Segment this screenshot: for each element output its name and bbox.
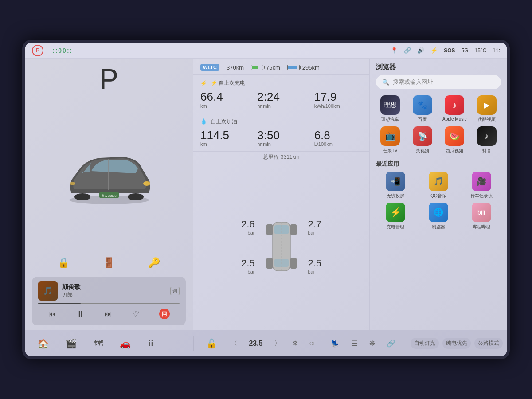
auto-lights-button[interactable]: 自动灯光 (411, 338, 439, 349)
screen-bezel: P ::00:: 📍 🔗 🔊 ⚡ SOS 5G 15°C 11: P (22, 40, 510, 359)
app-label-apple-music: Apple Music (442, 117, 466, 121)
app-icon-bilibili: bili (472, 203, 491, 222)
pause-button[interactable]: ⏸ (76, 309, 84, 319)
app-bilibili[interactable]: bili 哔哩哔哩 (462, 203, 501, 230)
front-right-unit: bar (308, 230, 322, 235)
app-grid: 理想 理想汽车 🐾 百度 ♪ Apple Music ▶ 优酷视频 (376, 95, 501, 154)
car-controls: 🔒 🚪 🔑 (32, 253, 186, 273)
home-button[interactable]: 🏠 (35, 336, 51, 351)
lock-bottom-icon[interactable]: 🔓 (204, 336, 219, 351)
middle-panel: WLTC 370km 75km 295km (193, 59, 370, 330)
temp-down-button[interactable]: 〈 (231, 340, 237, 348)
app-cctv[interactable]: 📡 央视频 (408, 126, 437, 154)
door-control[interactable]: 🚪 (103, 257, 115, 269)
next-button[interactable]: ⏭ (104, 309, 112, 319)
app-mango[interactable]: 📺 芒果TV (376, 126, 405, 154)
app-label-mango: 芒果TV (383, 148, 398, 154)
status-right: 📍 🔗 🔊 ⚡ SOS 5G 15°C 11: (391, 47, 500, 54)
music-info: 🎵 颠倒歌 刀郎 词 (38, 281, 180, 301)
fuel-distance-unit: km (200, 141, 248, 147)
climate-section: 🔓 〈 23.5 〉 ❄ OFF 💺 ☰ ❋ 🔗 (193, 336, 406, 351)
total-range: 370km (227, 64, 244, 71)
app-wireless[interactable]: 📲 无线投屏 (376, 172, 415, 199)
app-lixiang[interactable]: 理想 理想汽车 (376, 95, 405, 123)
fuel-time-unit: hr:min (257, 141, 305, 147)
car-top-view-svg (264, 215, 299, 278)
status-bar: P ::00:: 📍 🔗 🔊 ⚡ SOS 5G 15°C 11: (25, 43, 507, 59)
app-dashcam[interactable]: 🎥 行车记录仪 (462, 172, 501, 199)
front-left-value: 2.6 (241, 219, 255, 230)
app-browser[interactable]: 🌐 浏览器 (419, 203, 458, 230)
fuel-range: 295km (302, 64, 320, 71)
charge-icon: ⚡ (200, 80, 207, 86)
front-left-unit: bar (241, 230, 255, 235)
app-icon-browser: 🌐 (429, 203, 448, 222)
seat-heat-icon[interactable]: 💺 (331, 339, 340, 348)
svg-rect-10 (290, 224, 297, 235)
heart-button[interactable]: ♡ (132, 309, 139, 319)
trunk-control[interactable]: 🔑 (148, 257, 160, 269)
svg-text:粤A·88888: 粤A·88888 (102, 194, 116, 197)
map-button[interactable]: 🗺 (92, 336, 105, 351)
charge-stats-section: ⚡ ⚡ 自上次充电 66.4 km 2:24 hr:min 1 (193, 75, 369, 113)
media-button[interactable]: 🎬 (63, 336, 79, 351)
music-progress-bar[interactable] (38, 303, 180, 304)
fan-icon[interactable]: ❄ (292, 339, 298, 348)
svg-rect-12 (290, 258, 297, 269)
recent-apps-title: 最近应用 (376, 160, 501, 168)
app-apple-music[interactable]: ♪ Apple Music (440, 95, 469, 123)
ev-priority-button[interactable]: 纯电优先 (442, 338, 471, 349)
fuel-stats-section: 💧 自上次加油 114.5 km 3:50 hr:min 6 (193, 113, 369, 152)
right-panel: 浏览器 🔍 搜索或输入网址 理想 理想汽车 🐾 百度 ♪ (370, 59, 507, 330)
app-icon-xigua: 🍉 (445, 126, 464, 146)
app-label-xigua: 西瓜视频 (446, 148, 463, 154)
temp-label: 15°C (475, 47, 487, 54)
temp-up-button[interactable]: 〉 (274, 340, 281, 348)
tire-right-values: 2.7 bar 2.5 bar (308, 219, 322, 274)
fuel-stats-title: 💧 自上次加油 (200, 118, 362, 125)
fuel-battery (287, 65, 300, 70)
app-icon-qq-music: 🎵 (429, 172, 448, 191)
bluetooth-icon: ⚡ (430, 47, 438, 54)
road-mode-button[interactable]: 公路模式 (474, 338, 503, 349)
tire-layout: 2.6 bar 2.5 bar (241, 215, 321, 278)
prev-button[interactable]: ⏮ (48, 309, 56, 319)
netease-icon[interactable]: 网 (159, 309, 170, 319)
car-button[interactable]: 🚗 (117, 336, 133, 351)
app-icon-douyin: ♪ (477, 126, 497, 146)
svg-rect-11 (266, 258, 273, 269)
rear-right-unit: bar (308, 269, 322, 274)
time-label: 11: (493, 47, 500, 54)
lock-control[interactable]: 🔒 (58, 257, 70, 269)
defrost-icon[interactable]: ❋ (369, 339, 375, 348)
fan-off-label: OFF (309, 341, 319, 346)
front-right-value: 2.7 (308, 219, 322, 230)
app-label-lixiang: 理想汽车 (381, 117, 399, 123)
menu-button[interactable]: ⋯ (169, 336, 183, 351)
app-xigua[interactable]: 🍉 西瓜视频 (440, 126, 469, 154)
app-douyin[interactable]: ♪ 抖音 (473, 126, 501, 154)
electric-range: 75km (266, 64, 280, 71)
electric-range-item: 75km (251, 64, 280, 71)
app-youku[interactable]: ▶ 优酷视频 (473, 95, 501, 123)
music-artist: 刀郎 (62, 291, 166, 299)
app-icon-mango: 📺 (380, 126, 400, 146)
ac-icon[interactable]: ☰ (351, 339, 357, 348)
gear-indicator: P (32, 63, 186, 96)
music-player: 🎵 颠倒歌 刀郎 词 ⏮ ⏸ ⏭ ♡ (32, 277, 186, 325)
rear-left-unit: bar (241, 269, 255, 274)
fuel-distance-value: 114.5 (200, 129, 248, 142)
apps-button[interactable]: ⠿ (145, 336, 156, 351)
app-qq-music[interactable]: 🎵 QQ音乐 (419, 172, 458, 199)
front-left-tire: 2.6 bar (241, 219, 255, 235)
lyrics-badge[interactable]: 词 (170, 287, 180, 295)
app-baidu[interactable]: 🐾 百度 (408, 95, 437, 123)
fuel-consumption: 6.8 L/100km (314, 129, 362, 147)
search-bar[interactable]: 🔍 搜索或输入网址 (376, 75, 501, 89)
mirror-icon[interactable]: 🔗 (387, 339, 395, 348)
app-charging[interactable]: ⚡ 充电管理 (376, 203, 415, 230)
volume-icon: 🔊 (417, 47, 424, 54)
fuel-range-item: 295km (287, 64, 320, 71)
charge-distance-unit: km (200, 103, 248, 109)
electric-battery (251, 65, 263, 70)
